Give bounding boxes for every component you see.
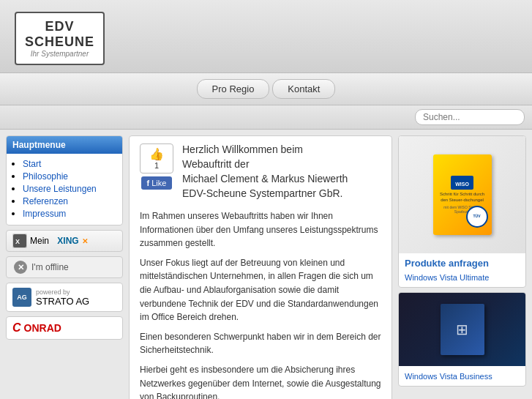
wiso-logo-badge: WISO <box>451 176 473 190</box>
welcome-line1: Herzlich Willkommen beim <box>182 143 348 155</box>
header: EDV SCHEUNE Ihr Systempartner <box>0 0 532 73</box>
like-count: 1 <box>149 161 164 170</box>
vista-box: ⊞ Windows Vista Business <box>398 292 526 387</box>
windows-logo-icon: ⊞ <box>456 321 468 338</box>
offline-button[interactable]: ✕ I'm offline <box>6 256 123 278</box>
logo-line2: SCHEUNE <box>25 34 94 50</box>
welcome-text: Herzlich Willkommen beim Webauftritt der… <box>182 143 348 202</box>
wiso-book-subtitle: Schritt für Schritt durch den Steuer-dsc… <box>437 192 488 204</box>
wiso-image-area: WISO Schritt für Schritt durch den Steue… <box>399 136 525 253</box>
vista-image-area: ⊞ <box>399 293 525 366</box>
fb-like-label: Like <box>151 179 166 187</box>
welcome-line3: Michael Clement & Markus Niewerth <box>182 173 348 184</box>
svg-text:X: X <box>15 238 20 245</box>
xing-button[interactable]: X Mein XING✕ <box>6 230 123 252</box>
list-item: Impressum <box>23 208 116 219</box>
search-input[interactable] <box>415 109 525 125</box>
xing-name: XING <box>57 236 78 246</box>
nav-pro-regio[interactable]: Pro Regio <box>197 79 270 99</box>
conrad-c-icon: C <box>12 321 21 335</box>
list-item: Referenzen <box>23 195 116 206</box>
conrad-box: C ONRAD <box>6 316 123 340</box>
thumb-icon: 👍 <box>149 147 164 161</box>
main-content: 👍 1 f Like Herzlich Willkommen beim Weba… <box>129 135 392 399</box>
fb-like-count: 👍 1 <box>140 143 173 174</box>
menu-list: Start Philosophie Unsere Leistungen Refe… <box>7 154 122 225</box>
logo-line1: EDV <box>25 19 94 34</box>
content-top: 👍 1 f Like Herzlich Willkommen beim Weba… <box>140 143 381 202</box>
xing-x-icon: ✕ <box>82 237 88 245</box>
menu-philosophie[interactable]: Philosophie <box>23 171 68 182</box>
wiso-info: Produkte anfragen Windows Vista Ultimate <box>399 253 525 287</box>
nav-kontakt[interactable]: Kontakt <box>272 79 335 99</box>
vista-product-box: ⊞ <box>441 304 484 355</box>
xing-label: Mein <box>30 236 49 246</box>
nav-bar: Pro Regio Kontakt <box>0 73 532 105</box>
welcome-line2: Webauftritt der <box>182 158 348 170</box>
welcome-line4: EDV-Scheune Systempartner GbR. <box>182 187 348 199</box>
tuv-badge: TÜV <box>466 206 488 228</box>
para3: Einen besonderen Schwerpunkt haben wir i… <box>140 330 381 357</box>
menu-header: Hauptmenue <box>7 136 122 154</box>
strato-box: AG powered by STRATO AG <box>6 283 123 312</box>
xing-icon: X <box>12 234 27 248</box>
conrad-text: ONRAD <box>24 322 61 334</box>
search-bar <box>0 105 532 130</box>
vista-business-link[interactable]: Windows Vista Business <box>405 372 492 381</box>
menu-start[interactable]: Start <box>23 159 41 169</box>
fb-like-box: 👍 1 f Like <box>140 143 173 202</box>
logo: EDV SCHEUNE Ihr Systempartner <box>15 12 105 65</box>
tuv-text: TÜV <box>473 215 481 219</box>
menu-leistungen[interactable]: Unsere Leistungen <box>23 184 97 194</box>
vista-ultimate-link[interactable]: Windows Vista Ultimate <box>405 273 489 282</box>
left-sidebar: Hauptmenue Start Philosophie Unsere Leis… <box>6 135 123 399</box>
main-layout: Hauptmenue Start Philosophie Unsere Leis… <box>0 130 532 399</box>
offline-label: I'm offline <box>31 262 69 272</box>
menu-referenzen[interactable]: Referenzen <box>23 196 68 206</box>
fb-like-button[interactable]: f Like <box>141 176 173 190</box>
offline-x-icon: ✕ <box>14 261 27 274</box>
menu-impressum[interactable]: Impressum <box>23 209 66 219</box>
strato-text-block: powered by STRATO AG <box>36 288 89 307</box>
para4: Hierbei geht es insbesondere um die Absi… <box>140 363 381 399</box>
list-item: Philosophie <box>23 171 116 182</box>
para1: Im Rahmen unseres Webauftritts haben wir… <box>140 209 381 250</box>
produkte-label: Produkte anfragen <box>405 258 520 269</box>
strato-name: STRATO AG <box>36 296 89 307</box>
vista-info: Windows Vista Business <box>399 366 525 386</box>
logo-tagline: Ihr Systempartner <box>25 50 94 58</box>
main-menu: Hauptmenue Start Philosophie Unsere Leis… <box>6 135 123 225</box>
wiso-book: WISO Schritt für Schritt durch den Steue… <box>433 154 492 235</box>
para2: Unser Fokus liegt auf der Betreuung von … <box>140 256 381 324</box>
wiso-box: WISO Schritt für Schritt durch den Steue… <box>398 135 526 288</box>
right-sidebar: WISO Schritt für Schritt durch den Steue… <box>398 135 526 399</box>
fb-f-icon: f <box>147 179 150 187</box>
list-item: Unsere Leistungen <box>23 183 116 194</box>
strato-icon: AG <box>12 288 31 307</box>
strato-powered: powered by <box>36 288 89 296</box>
list-item: Start <box>23 158 116 169</box>
